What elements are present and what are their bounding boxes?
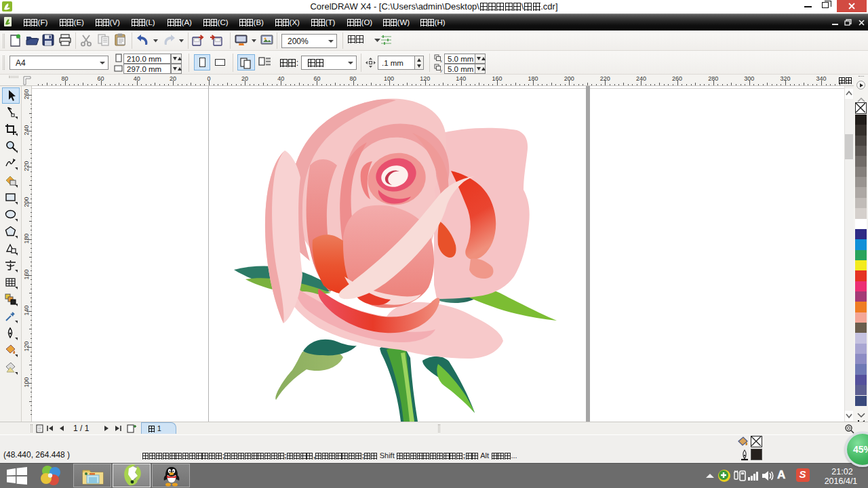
svg-text:y: y bbox=[440, 68, 442, 73]
svg-text:x: x bbox=[440, 59, 442, 63]
